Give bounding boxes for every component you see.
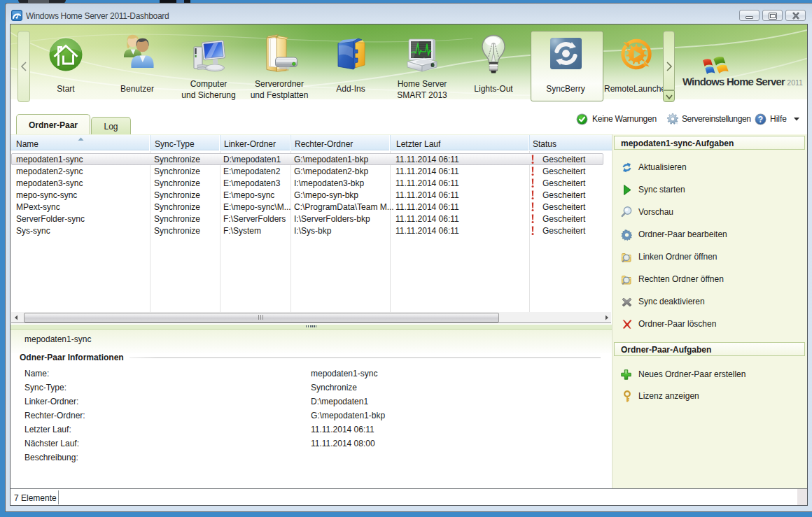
svg-text:?: ? bbox=[758, 115, 763, 125]
